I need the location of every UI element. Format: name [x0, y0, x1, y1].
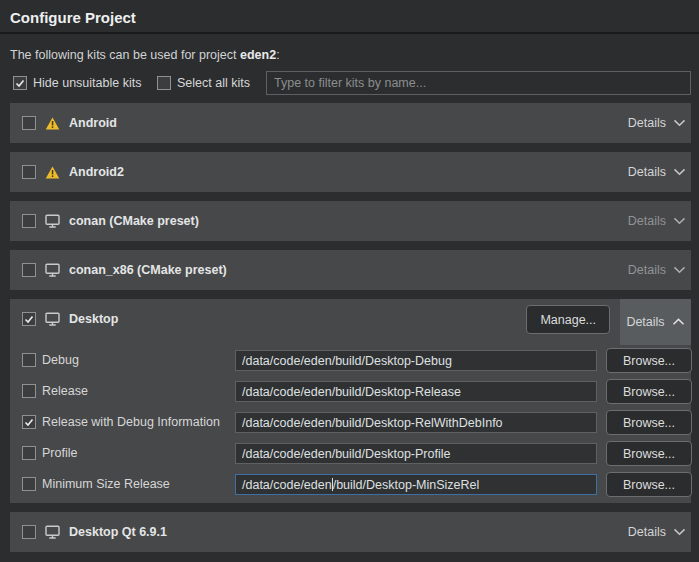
kit-row-desktop-qt[interactable]: Desktop Qt 6.9.1 Details — [10, 512, 691, 552]
config-label: Minimum Size Release — [42, 477, 170, 491]
config-label: Debug — [42, 353, 79, 367]
checkmark-icon — [24, 315, 34, 324]
config-row-debug: Debug Browse... — [10, 350, 691, 375]
details-label: Details — [628, 263, 666, 277]
details-button[interactable]: Details — [628, 116, 691, 130]
chevron-up-icon — [672, 318, 685, 326]
desktop-icon — [45, 312, 60, 326]
config-row-minsizerel: Minimum Size Release /data/code/eden/bui… — [10, 474, 691, 499]
build-path-input[interactable] — [235, 443, 597, 464]
build-path-input-focused[interactable]: /data/code/eden/build/Desktop-MinSizeRel — [235, 474, 597, 495]
kit-name: Desktop Qt 6.9.1 — [69, 525, 167, 539]
kit-checkbox[interactable] — [22, 312, 36, 326]
kit-section-desktop: Desktop Manage... Details Debug Browse..… — [10, 299, 691, 503]
details-button[interactable]: Details — [628, 165, 691, 179]
select-all-kits-checkbox[interactable] — [157, 76, 171, 90]
checkmark-icon — [15, 79, 25, 88]
kit-row-conan-x86[interactable]: conan_x86 (CMake preset) Details — [10, 250, 691, 290]
details-button[interactable]: Details — [628, 263, 691, 277]
config-row-relwithdebinfo: Release with Debug Information Browse... — [10, 412, 691, 437]
config-checkbox[interactable] — [22, 384, 36, 398]
build-path-input[interactable] — [235, 350, 597, 371]
title-divider — [0, 32, 699, 34]
build-path-input[interactable] — [235, 412, 597, 433]
browse-button[interactable]: Browse... — [606, 441, 692, 466]
chevron-down-icon — [673, 528, 686, 536]
path-text-after-caret: /build/Desktop-MinSizeRel — [333, 478, 480, 492]
page-title: Configure Project — [10, 9, 136, 26]
hide-unsuitable-kits-checkbox[interactable] — [13, 76, 27, 90]
warning-icon — [45, 166, 60, 179]
project-name: eden2 — [240, 48, 276, 62]
details-button[interactable]: Details — [628, 214, 691, 228]
kit-checkbox[interactable] — [22, 214, 36, 228]
kit-row-conan[interactable]: conan (CMake preset) Details — [10, 201, 691, 241]
browse-button[interactable]: Browse... — [606, 472, 692, 497]
browse-button[interactable]: Browse... — [606, 348, 692, 373]
intro-text-after: : — [276, 48, 279, 62]
kit-filter-input[interactable] — [266, 71, 691, 95]
details-label: Details — [628, 165, 666, 179]
manage-button[interactable]: Manage... — [526, 305, 610, 334]
details-button-expanded[interactable]: Details — [620, 299, 691, 345]
kit-checkbox[interactable] — [22, 525, 36, 539]
kit-name: conan_x86 (CMake preset) — [69, 263, 227, 277]
config-label: Release with Debug Information — [42, 415, 220, 429]
kit-row-android[interactable]: Android Details — [10, 103, 691, 143]
details-label: Details — [626, 315, 664, 329]
config-row-release: Release Browse... — [10, 381, 691, 406]
details-label: Details — [628, 525, 666, 539]
config-label: Release — [42, 384, 88, 398]
browse-button[interactable]: Browse... — [606, 410, 692, 435]
config-checkbox[interactable] — [22, 477, 36, 491]
checkmark-icon — [24, 418, 34, 427]
intro-text-before: The following kits can be used for proje… — [10, 48, 240, 62]
kit-name: Android2 — [69, 165, 124, 179]
kit-name: Desktop — [69, 312, 118, 326]
warning-icon — [45, 117, 60, 130]
kit-checkbox[interactable] — [22, 116, 36, 130]
config-row-profile: Profile Browse... — [10, 443, 691, 468]
kit-checkbox[interactable] — [22, 165, 36, 179]
browse-button[interactable]: Browse... — [606, 379, 692, 404]
select-all-kits-label: Select all kits — [177, 76, 250, 90]
hide-unsuitable-kits-label: Hide unsuitable kits — [33, 76, 141, 90]
chevron-down-icon — [673, 217, 686, 225]
details-label: Details — [628, 214, 666, 228]
kit-checkbox[interactable] — [22, 263, 36, 277]
intro-text: The following kits can be used for proje… — [10, 48, 280, 62]
details-button[interactable]: Details — [628, 525, 691, 539]
config-checkbox[interactable] — [22, 415, 36, 429]
desktop-icon — [45, 263, 60, 277]
path-text-before-caret: /data/code/eden — [242, 478, 332, 492]
config-checkbox[interactable] — [22, 353, 36, 367]
kit-name: conan (CMake preset) — [69, 214, 199, 228]
chevron-down-icon — [673, 266, 686, 274]
chevron-down-icon — [673, 168, 686, 176]
desktop-icon — [45, 214, 60, 228]
kit-name: Android — [69, 116, 117, 130]
config-checkbox[interactable] — [22, 446, 36, 460]
kit-row-android2[interactable]: Android2 Details — [10, 152, 691, 192]
chevron-down-icon — [673, 119, 686, 127]
desktop-icon — [45, 525, 60, 539]
config-label: Profile — [42, 446, 77, 460]
details-label: Details — [628, 116, 666, 130]
build-path-input[interactable] — [235, 381, 597, 402]
